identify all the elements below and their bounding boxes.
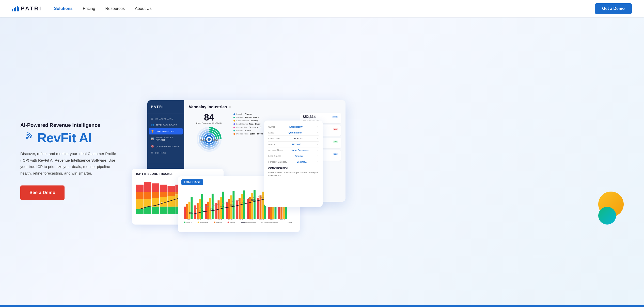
svg-text:Mar 14: Mar 14 (280, 219, 285, 221)
svg-text:$104k: $104k (251, 199, 256, 201)
sidebar-item-quota[interactable]: 🎯 QUOTA MANAGEMENT (147, 143, 184, 149)
svg-rect-11 (136, 209, 144, 214)
svg-rect-83 (249, 197, 251, 219)
icp-score-area: 84 Ideal Customer Profile Fit (189, 113, 229, 161)
svg-rect-17 (152, 192, 159, 198)
svg-text:Closed Revenue: Closed Revenue (245, 222, 256, 223)
tracker-title: ICP FIT SCORE TRACKER (136, 172, 219, 175)
svg-text:Jan 26: Jan 26 (218, 219, 222, 221)
hero-subtitle: AI-Powered Revenue Intelligence (20, 122, 127, 128)
svg-text:Feb 7: Feb 7 (239, 219, 243, 221)
svg-text:Feb 28: Feb 28 (259, 219, 264, 221)
sidebar-item-sales-report[interactable]: 📊 WEEKLY SALES REPORT (147, 134, 184, 143)
settings-icon: ⚙ (151, 151, 153, 154)
edit-owner-icon[interactable]: ✓ (317, 126, 319, 128)
sidebar-item-team[interactable]: 👥 TEAM DASHBOARD (147, 122, 184, 128)
svg-rect-54 (189, 202, 191, 219)
svg-rect-12 (144, 182, 151, 192)
edit-amount-icon[interactable]: ✓ (317, 143, 319, 146)
vandalay-header: Vandalay Industries ✏ (189, 105, 341, 109)
svg-rect-67 (215, 203, 217, 219)
svg-rect-60 (201, 194, 203, 219)
svg-rect-23 (160, 207, 167, 214)
detail-close-date-row: Close Date 02.12.23 ✓ (268, 136, 319, 142)
edit-icon[interactable]: ✏ (229, 105, 231, 109)
brand-name-text: RevFit AI (37, 131, 91, 144)
svg-rect-74 (230, 195, 232, 219)
svg-rect-59 (199, 199, 201, 219)
svg-rect-53 (186, 204, 188, 219)
edit-account-icon[interactable]: ✓ (317, 149, 319, 151)
svg-rect-88 (260, 195, 262, 219)
svg-rect-25 (167, 192, 175, 196)
sidebar-item-opportunities[interactable]: 🏆 OPPORTUNITIES (149, 128, 183, 134)
svg-point-0 (26, 137, 28, 139)
svg-text:Industry Finance: Industry Finance (200, 138, 218, 141)
svg-rect-13 (144, 192, 151, 199)
conversation-title: CONVERSATION (268, 167, 319, 170)
svg-rect-57 (194, 206, 196, 219)
report-icon: 📊 (151, 138, 154, 140)
edit-stage-icon[interactable]: ✓ (317, 131, 319, 134)
svg-rect-63 (207, 202, 209, 219)
edit-close-date-icon[interactable]: ✓ (317, 137, 319, 140)
svg-text:Jan 5: Jan 5 (186, 219, 190, 221)
svg-rect-114 (198, 221, 199, 223)
see-demo-button[interactable]: See a Demo (20, 185, 65, 200)
svg-rect-20 (160, 185, 167, 192)
svg-text:Poor Fit: Poor Fit (230, 222, 235, 223)
conversation-entry: Lance Johnson • 1.21.23 12:12pm Met with… (268, 171, 319, 177)
svg-rect-9 (136, 192, 144, 199)
logo[interactable]: PATRI (12, 5, 42, 12)
svg-rect-112 (184, 221, 185, 223)
svg-text:Feb 21: Feb 21 (249, 219, 254, 221)
hero-section: AI-Powered Revenue Intelligence RevFit A… (0, 17, 644, 305)
icp-score-label: Ideal Customer Profile Fit (196, 122, 222, 125)
get-demo-button[interactable]: Get a Demo (595, 3, 632, 14)
svg-text:Mar 7: Mar 7 (270, 219, 274, 221)
icp-score-value: 84 (204, 113, 214, 122)
svg-rect-84 (251, 193, 253, 219)
dashboard-icon: ⊞ (151, 117, 153, 120)
svg-rect-85 (254, 190, 256, 219)
edit-forecast-cat-icon[interactable]: ✓ (317, 161, 319, 163)
svg-rect-24 (167, 186, 175, 192)
nav-resources[interactable]: Resources (105, 6, 125, 11)
sidebar-item-dashboard[interactable]: ⊞ MY DASHBOARD (147, 115, 184, 122)
svg-text:Jan 31: Jan 31 (228, 219, 233, 221)
svg-rect-69 (220, 197, 222, 219)
nav-pricing[interactable]: Pricing (83, 6, 95, 11)
opportunities-icon: 🏆 (151, 130, 154, 133)
svg-rect-80 (243, 191, 245, 219)
svg-rect-55 (191, 197, 193, 219)
vandalay-title: Vandalay Industries (189, 105, 227, 109)
edit-lead-source-icon[interactable]: ✓ (317, 155, 319, 157)
svg-rect-77 (236, 200, 238, 219)
detail-stage-row: Stage Qualification ✓ (268, 130, 319, 136)
svg-rect-65 (212, 194, 214, 219)
hero-left: AI-Powered Revenue Intelligence RevFit A… (20, 122, 127, 200)
svg-rect-10 (136, 199, 144, 209)
hero-dashboard-area: PATRI ⊞ MY DASHBOARD 👥 TEAM DASHBOARD 🏆 … (127, 95, 624, 227)
svg-text:Strong Fit: Strong Fit (186, 222, 193, 223)
detail-location: Location Dublin, Ireland (233, 116, 296, 118)
svg-text:$92k: $92k (220, 206, 224, 208)
svg-text:$70k: $70k (210, 208, 214, 210)
svg-text:Quota: Quota (288, 222, 292, 223)
svg-text:$57k: $57k (199, 210, 203, 211)
detail-lead-source-row: Lead Source Referral ✓ (268, 153, 319, 159)
detail-forecast-cat-row: Forecast Category Best Ca... ✓ (268, 159, 319, 165)
svg-rect-19 (152, 207, 159, 214)
svg-rect-116 (214, 221, 215, 223)
logo-text: PATRI (21, 5, 42, 12)
svg-rect-16 (152, 183, 159, 192)
hero-description: Discover, refine, and monitor your Ideal… (20, 150, 122, 176)
decorative-teal-circle (598, 207, 616, 225)
nav-solutions[interactable]: Solutions (54, 6, 73, 11)
svg-rect-15 (144, 207, 151, 214)
svg-text:$91k: $91k (230, 204, 234, 206)
svg-text:Moderate Fit: Moderate Fit (200, 222, 208, 223)
sidebar-item-settings[interactable]: ⚙ SETTINGS (147, 149, 184, 156)
forecast-title: FORECAST (181, 179, 203, 185)
nav-about[interactable]: About Us (135, 6, 152, 11)
